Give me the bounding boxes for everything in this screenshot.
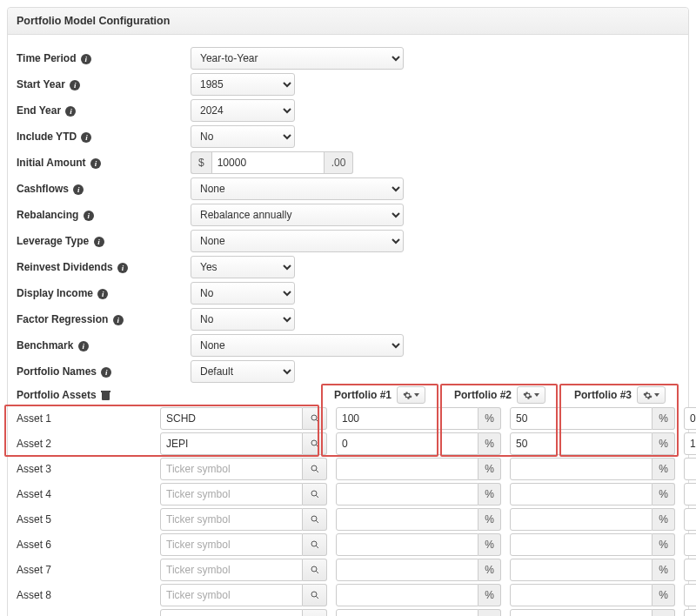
factor-regression-select[interactable]: No [191,308,295,331]
search-icon [310,565,320,575]
end-year-select[interactable]: 2024 [191,99,295,122]
allocation-input[interactable] [336,533,478,556]
ticker-input[interactable] [160,483,303,506]
allocation-input[interactable] [684,483,696,506]
reinvest-dividends-select[interactable]: Yes [191,256,295,278]
info-icon[interactable]: i [70,80,80,90]
info-icon[interactable]: i [90,158,101,169]
percent-sign: % [478,584,501,606]
allocation-input[interactable] [684,432,696,455]
allocation-input[interactable] [684,533,696,556]
portfolio-header-3: Portfolio #3 [574,386,686,404]
time-period-select[interactable]: Year-to-Year [191,47,404,70]
portfolio-settings-button-3[interactable] [637,386,666,404]
info-icon[interactable]: i [65,106,76,117]
portfolio-names-select[interactable]: Default [191,360,295,383]
allocation-input[interactable] [336,458,478,480]
ticker-input[interactable] [160,407,303,430]
allocation-input[interactable] [336,483,478,506]
ticker-input[interactable] [160,584,303,606]
ticker-input[interactable] [160,533,303,556]
allocation-input[interactable] [510,508,652,531]
allocation-input[interactable] [684,559,696,581]
portfolio-settings-button-1[interactable] [397,386,425,404]
allocation-input[interactable] [510,584,652,606]
label-rebalancing: Rebalancing i [17,207,191,223]
ticker-search-button[interactable] [303,483,327,506]
label-reinvest-dividends: Reinvest Dividends i [17,259,191,275]
percent-sign: % [478,483,501,506]
info-icon[interactable]: i [117,263,128,273]
ticker-input[interactable] [160,609,303,616]
allocation-input[interactable] [336,432,478,455]
percent-sign: % [478,458,501,480]
currency-prefix: $ [191,151,211,174]
info-icon[interactable]: i [81,54,91,64]
percent-sign: % [478,432,501,455]
info-icon[interactable]: i [97,289,108,299]
info-icon[interactable]: i [113,315,124,325]
allocation-input[interactable] [684,508,696,531]
info-icon[interactable]: i [81,132,91,143]
ticker-search-button[interactable] [303,559,327,581]
ticker-search-button[interactable] [303,458,327,480]
portfolio-header-2: Portfolio #2 [454,386,566,404]
config-panel: Portfolio Model Configuration Time Perio… [7,7,689,616]
allocation-input[interactable] [336,584,478,606]
allocation-input[interactable] [510,609,652,616]
ticker-search-button[interactable] [303,533,327,556]
allocation-input[interactable] [336,609,478,616]
initial-amount-input[interactable] [211,151,325,174]
svg-line-15 [316,596,318,599]
ticker-search-button[interactable] [303,609,327,616]
display-income-select[interactable]: No [191,282,295,305]
asset-row: Asset 6%%% [17,533,679,556]
percent-sign: % [652,458,675,480]
info-icon[interactable]: i [78,341,89,352]
cashflows-select[interactable]: None [191,177,404,200]
portfolio-settings-button-2[interactable] [517,386,545,404]
ticker-search-button[interactable] [303,584,327,606]
allocation-input[interactable] [336,508,478,531]
ticker-input[interactable] [160,458,303,480]
start-year-select[interactable]: 1985 [191,73,295,96]
allocation-input[interactable] [510,432,652,455]
ticker-search-button[interactable] [303,508,327,531]
percent-sign: % [478,533,501,556]
allocation-input[interactable] [336,559,478,581]
label-leverage-type: Leverage Type i [17,233,191,249]
ticker-input[interactable] [160,559,303,581]
ticker-search-button[interactable] [303,407,327,430]
allocation-input[interactable] [684,609,696,616]
info-icon[interactable]: i [84,211,94,221]
allocation-input[interactable] [510,458,652,480]
trash-icon[interactable] [101,391,110,401]
percent-sign: % [652,407,675,430]
rebalancing-select[interactable]: Rebalance annually [191,204,404,226]
svg-point-14 [311,592,317,597]
info-icon[interactable]: i [73,184,84,195]
svg-line-7 [316,495,318,498]
info-icon[interactable]: i [94,237,104,247]
asset-label: Asset 2 [17,436,151,452]
benchmark-select[interactable]: None [191,334,404,357]
include-ytd-select[interactable]: No [191,125,295,148]
allocation-input[interactable] [684,458,696,480]
allocation-input[interactable] [684,584,696,606]
info-icon[interactable]: i [101,367,111,378]
asset-label: Asset 1 [17,411,151,426]
gear-icon [403,391,412,400]
allocation-input[interactable] [336,407,478,430]
leverage-type-select[interactable]: None [191,230,404,252]
allocation-input[interactable] [684,407,696,430]
ticker-search-button[interactable] [303,432,327,455]
allocation-input[interactable] [510,559,652,581]
currency-suffix: .00 [325,151,354,174]
ticker-input[interactable] [160,508,303,531]
allocation-input[interactable] [510,533,652,556]
ticker-input[interactable] [160,432,303,455]
allocation-input[interactable] [510,407,652,430]
panel-header: Portfolio Model Configuration [8,8,688,35]
asset-label: Asset 7 [17,562,151,578]
allocation-input[interactable] [510,483,652,506]
